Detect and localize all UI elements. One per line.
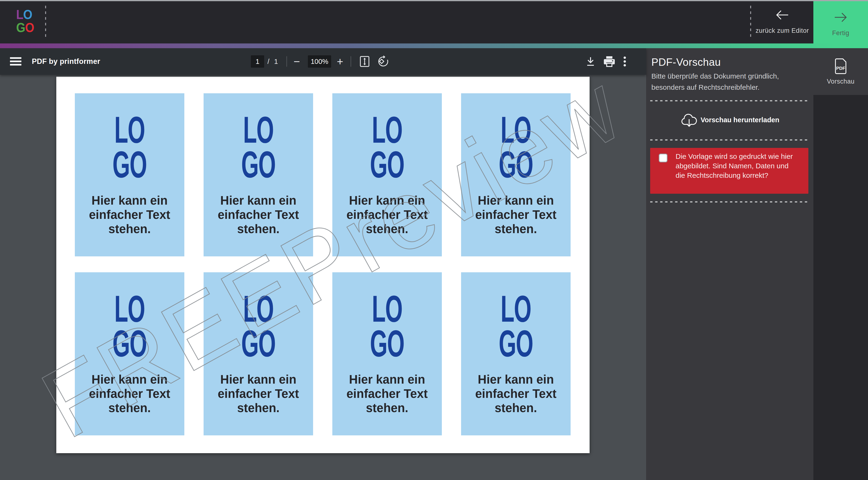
- card-logo: LOGO: [75, 291, 184, 361]
- card-logo: LOGO: [75, 112, 184, 182]
- label-card: LOGOHier kann ein einfacher Text stehen.: [332, 93, 442, 256]
- menu-button[interactable]: [10, 48, 21, 75]
- confirm-checkbox[interactable]: [659, 154, 668, 162]
- header-divider-left: [45, 6, 46, 39]
- more-options-button[interactable]: [623, 48, 626, 75]
- page-count-label: / 1: [268, 48, 279, 75]
- card-text: Hier kann ein einfacher Text stehen.: [86, 193, 174, 236]
- card-text: Hier kann ein einfacher Text stehen.: [215, 193, 302, 236]
- document-title: PDF by printformer: [32, 48, 100, 75]
- hamburger-icon: [10, 57, 21, 66]
- arrow-left-icon: [775, 9, 789, 21]
- tab-vorschau[interactable]: PDF Vorschau: [813, 48, 868, 95]
- download-icon: [585, 56, 596, 67]
- pdf-viewer-canvas: LOGOHier kann ein einfacher Text stehen.…: [0, 75, 646, 480]
- download-preview-label: Vorschau herunterladen: [701, 116, 779, 124]
- logo-letter: O: [25, 21, 34, 35]
- zoom-level-value[interactable]: 100%: [308, 55, 331, 68]
- print-button[interactable]: [603, 48, 615, 75]
- app-header: LO GO zurück zum Editor Fertig: [0, 0, 868, 43]
- logo-letter: L: [16, 7, 23, 22]
- pdf-viewer-toolbar: PDF by printformer 1 / 1 − 100% +: [0, 48, 646, 75]
- card-logo: LOGO: [204, 291, 313, 361]
- svg-text:PDF: PDF: [836, 66, 845, 71]
- card-text: Hier kann ein einfacher Text stehen.: [215, 373, 302, 415]
- label-card: LOGOHier kann ein einfacher Text stehen.: [461, 272, 570, 436]
- logo-letter: O: [23, 7, 32, 22]
- rotate-button[interactable]: [377, 48, 390, 75]
- pdf-file-icon: PDF: [834, 58, 847, 74]
- logo-letter: G: [16, 21, 25, 35]
- card-text: Hier kann ein einfacher Text stehen.: [343, 373, 431, 415]
- card-text: Hier kann ein einfacher Text stehen.: [472, 373, 560, 415]
- rotate-icon: [377, 55, 390, 68]
- card-logo: LOGO: [461, 291, 570, 361]
- toolbar-separator: [286, 56, 287, 67]
- fit-page-icon: [359, 56, 371, 67]
- preview-sidebar: PDF-Vorschau Bitte überprüfe das Dokumen…: [646, 48, 813, 480]
- toolbar-separator: [351, 56, 351, 67]
- zoom-out-button[interactable]: −: [293, 48, 300, 75]
- card-logo: LOGO: [204, 112, 313, 182]
- card-logo: LOGO: [332, 112, 442, 182]
- confirmation-alert-text: Die Vorlage wird so gedruckt wie hier ab…: [676, 152, 799, 180]
- fit-to-page-button[interactable]: [359, 48, 371, 75]
- sidebar-divider: [650, 139, 809, 140]
- done-label: Fertig: [832, 29, 849, 37]
- app-logo-line1: LO: [16, 8, 34, 21]
- card-logo: LOGO: [461, 112, 570, 182]
- sidebar-subtitle: Bitte überprüfe das Dokument gründlich, …: [651, 70, 802, 93]
- arrow-right-icon: [834, 11, 847, 23]
- label-card: LOGOHier kann ein einfacher Text stehen.: [75, 272, 184, 436]
- card-text: Hier kann ein einfacher Text stehen.: [472, 193, 560, 236]
- card-text: Hier kann ein einfacher Text stehen.: [343, 193, 431, 236]
- sidebar-title: PDF-Vorschau: [651, 56, 721, 68]
- label-card: LOGOHier kann ein einfacher Text stehen.: [75, 93, 184, 256]
- download-preview-button[interactable]: Vorschau herunterladen: [646, 109, 813, 131]
- zoom-in-button[interactable]: +: [337, 48, 343, 75]
- kebab-menu-icon: [623, 56, 626, 67]
- window-top-edge: [0, 0, 868, 1]
- card-grid: LOGOHier kann ein einfacher Text stehen.…: [75, 93, 570, 436]
- confirmation-alert: Die Vorlage wird so gedruckt wie hier ab…: [650, 148, 808, 194]
- label-card: LOGOHier kann ein einfacher Text stehen.: [204, 93, 313, 256]
- sidebar-divider: [650, 201, 809, 202]
- sidebar-tabstrip: PDF Vorschau: [813, 48, 868, 480]
- page-number-input[interactable]: 1: [251, 55, 264, 68]
- pdf-page: LOGOHier kann ein einfacher Text stehen.…: [56, 77, 590, 453]
- card-text: Hier kann ein einfacher Text stehen.: [86, 373, 174, 415]
- app-logo-line2: GO: [16, 21, 34, 34]
- back-to-editor-label: zurück zum Editor: [756, 27, 809, 34]
- print-icon: [603, 56, 615, 67]
- accent-gradient-bar: [0, 43, 868, 48]
- label-card: LOGOHier kann ein einfacher Text stehen.: [332, 272, 442, 436]
- label-card: LOGOHier kann ein einfacher Text stehen.: [461, 93, 570, 256]
- app-logo: LO GO: [16, 8, 34, 34]
- card-logo: LOGO: [332, 291, 442, 361]
- done-button[interactable]: Fertig: [813, 0, 868, 48]
- download-button[interactable]: [585, 48, 596, 75]
- cloud-download-icon: [680, 112, 698, 128]
- app-window: LO GO zurück zum Editor Fertig: [0, 0, 868, 480]
- back-to-editor-button[interactable]: zurück zum Editor: [751, 0, 813, 43]
- label-card: LOGOHier kann ein einfacher Text stehen.: [204, 272, 313, 436]
- tab-vorschau-label: Vorschau: [827, 78, 855, 85]
- sidebar-divider: [650, 100, 809, 101]
